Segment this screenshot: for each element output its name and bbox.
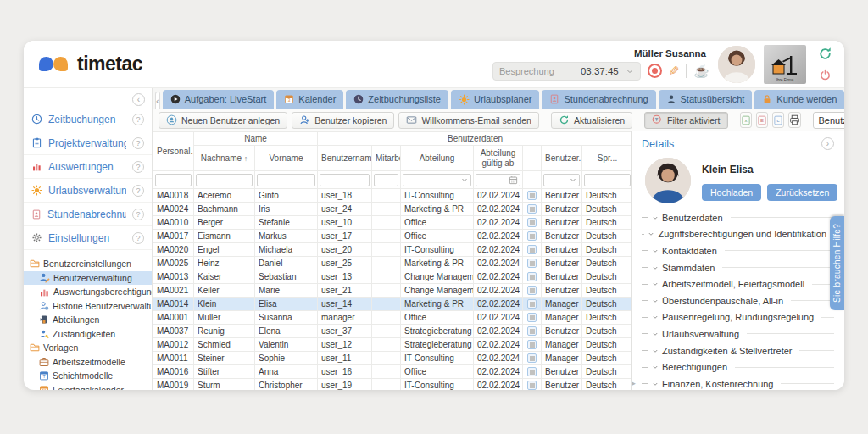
help-question-icon[interactable]: ? (132, 137, 144, 149)
table-row[interactable]: MA0018AceremoGintouser_18IT-Consulting02… (153, 189, 632, 203)
photo-placeholder-icon[interactable] (527, 340, 537, 349)
filter-input[interactable] (155, 174, 192, 186)
accordion-section-stammdaten[interactable]: Stammdaten (642, 259, 834, 276)
tree-item-vorlagen[interactable]: Vorlagen (24, 341, 152, 355)
filter-input[interactable] (374, 174, 398, 186)
photo-placeholder-icon[interactable] (527, 204, 537, 214)
accordion-section-arbeitszeitmodell-feiertagsmodell[interactable]: Arbeitszeitmodell, Feiertagsmodell (642, 275, 834, 292)
accordion-section-überstundenpauschale-all-in[interactable]: Überstundenpauschale, All-in (642, 292, 834, 309)
photo-placeholder-icon[interactable] (527, 326, 537, 336)
stop-tracking-button[interactable] (648, 64, 662, 78)
help-question-icon[interactable]: ? (132, 209, 144, 220)
willkommens-email-senden-button[interactable]: Willkommens-Email senden (398, 112, 539, 129)
reset-photo-button[interactable]: Zurücksetzen (767, 184, 837, 201)
column-header-vorname[interactable]: Vorname (255, 146, 318, 171)
table-row[interactable]: MA0019SturmChristopheruser_19IT-Consulti… (153, 379, 632, 391)
benutzer-kopieren-button[interactable]: Benutzer kopieren (292, 112, 394, 129)
tab-stundenabrechnung[interactable]: Stundenabrechnung (542, 90, 655, 108)
filter-input[interactable] (543, 174, 580, 186)
column-header-benutzerrolle[interactable]: Benutzer... (542, 146, 582, 171)
photo-placeholder-icon[interactable] (527, 367, 537, 376)
tab-kunde-werden[interactable]: Kunde werden (754, 90, 844, 108)
view-select[interactable]: Benutzerdaten (813, 112, 844, 129)
photo-placeholder-icon[interactable] (527, 299, 537, 309)
current-task-select[interactable]: Besprechung 03:37:45 (492, 62, 641, 81)
sidebar-item-auswertungen[interactable]: Auswertungen? (24, 155, 152, 179)
photo-placeholder-icon[interactable] (527, 381, 537, 390)
column-header-benutzername[interactable]: Benutzername (318, 146, 372, 171)
column-header-sprache[interactable]: Spr... (582, 146, 632, 171)
help-tab[interactable]: Sie brauchen Hilfe? (830, 216, 844, 310)
user-avatar[interactable] (718, 46, 755, 83)
panel-splitter-icon[interactable]: ▶ (631, 379, 636, 387)
photo-placeholder-icon[interactable] (527, 259, 537, 268)
company-logo[interactable]: Ihre Firma (764, 45, 806, 84)
column-header-foto[interactable] (523, 146, 542, 171)
table-row[interactable]: MA0010BergerStefanieuser_10Office02.02.2… (153, 216, 632, 230)
filter-active-button[interactable]: Filter aktiviert (644, 112, 727, 129)
accordion-section-kontaktdaten[interactable]: Kontaktdaten (642, 242, 834, 259)
help-question-icon[interactable]: ? (132, 232, 144, 244)
tree-item-benutzerverwaltung[interactable]: Benutzerverwaltung (24, 271, 152, 286)
accordion-section-pausenregelung-rundungsregelung[interactable]: Pausenregelung, Rundungsregelung (642, 309, 834, 326)
filter-input[interactable] (257, 174, 315, 186)
accordion-section-urlaubsverwaltung[interactable]: Urlaubsverwaltung (642, 326, 834, 342)
refresh-icon[interactable] (818, 47, 832, 61)
sidebar-item-urlaubsverwaltung[interactable]: Urlaubsverwaltung? (24, 179, 152, 203)
help-question-icon[interactable]: ? (132, 185, 144, 197)
filter-input[interactable] (584, 174, 631, 186)
photo-placeholder-icon[interactable] (527, 191, 537, 200)
tree-item-benutzereinstellungen[interactable]: Benutzereinstellungen (24, 257, 152, 271)
table-row[interactable]: MA0037ReunigElenauser_37Strategieberatun… (153, 325, 632, 338)
column-header-nachname[interactable]: Nachname ↑ (194, 146, 255, 171)
sidebar-item-zeitbuchungen[interactable]: Zeitbuchungen? (24, 108, 152, 131)
photo-placeholder-icon[interactable] (527, 218, 537, 227)
table-row[interactable]: MA0012SchmiedValentinuser_12Strategieber… (153, 338, 632, 352)
table-row[interactable]: MA0016StifterAnnauser_16Office02.02.2024… (153, 365, 632, 379)
filter-input[interactable] (196, 174, 253, 186)
table-row[interactable]: MA0013KaiserSebastianuser_13Change Manag… (153, 270, 632, 284)
accordion-section-berechtigungen[interactable]: Berechtigungen (642, 359, 834, 376)
photo-placeholder-icon[interactable] (527, 272, 537, 281)
accordion-section-finanzen-kostenrechnung[interactable]: Finanzen, Kostenrechnung (642, 376, 834, 390)
sidebar-item-projektverwaltung[interactable]: Projektverwaltung? (24, 131, 152, 155)
table-row[interactable]: MA0014KleinElisauser_14Marketing & PR02.… (153, 298, 632, 311)
tab-zeitbuchungsliste[interactable]: Zeitbuchungsliste (346, 90, 448, 108)
table-row[interactable]: MA0020EngelMichaelauser_20IT-Consulting0… (153, 243, 632, 257)
export-excel-button[interactable]: x (740, 112, 752, 128)
tree-item-schichtmodelle[interactable]: TSchichtmodelle (24, 369, 152, 383)
tab-kalender[interactable]: 3Kalender (276, 90, 343, 108)
tree-item-zuständigkeiten[interactable]: Zuständigkeiten (24, 327, 152, 342)
sidebar-item-stundenabrechnung[interactable]: Stundenabrechnung? (24, 203, 152, 226)
neuen-benutzer-anlegen-button[interactable]: Neuen Benutzer anlegen (159, 112, 287, 129)
accordion-section-benutzerdaten[interactable]: Benutzerdaten (642, 209, 834, 226)
table-row[interactable]: MA0021KeilerMarieuser_21Change Managemen… (153, 284, 632, 298)
tab-aufgaben-livestart[interactable]: Aufgaben: LiveStart (163, 90, 275, 108)
column-header-personalnummer[interactable]: Personal... (153, 132, 194, 171)
column-header-abteilung-gueltig-ab[interactable]: Abteilung gültig ab (474, 146, 523, 171)
tree-item-auswertungsberechtigungen[interactable]: Auswertungsberechtigungen (24, 285, 152, 299)
power-logout-icon[interactable] (819, 69, 832, 81)
tree-item-feiertagskalender[interactable]: 31Feiertagskalender (24, 383, 152, 391)
break-coffee-icon[interactable]: ☕ (693, 64, 709, 79)
help-question-icon[interactable]: ? (132, 114, 144, 125)
help-question-icon[interactable]: ? (132, 161, 144, 173)
accordion-section-zuständigkeiten-stellvertreter[interactable]: Zuständigkeiten & Stellvertreter (642, 342, 834, 359)
tree-item-arbeitszeitmodelle[interactable]: Arbeitszeitmodelle (24, 355, 152, 370)
tab-urlaubsplaner[interactable]: Urlaubsplaner (451, 90, 539, 108)
filter-input[interactable] (320, 174, 370, 186)
refresh-button[interactable]: Aktualisieren (551, 112, 632, 129)
export-csv-button[interactable]: c (772, 112, 784, 128)
filter-input[interactable] (476, 174, 520, 186)
print-button[interactable] (788, 112, 801, 128)
tab-statusübersicht[interactable]: Statusübersicht (659, 90, 753, 108)
photo-placeholder-icon[interactable] (527, 245, 537, 254)
column-header-mitarbeiter[interactable]: Mitarbe... (372, 146, 401, 171)
tree-item-historie-benutzerverwaltung[interactable]: Historie Benutzerverwaltung (24, 299, 152, 314)
table-row[interactable]: MA0011SteinerSophieuser_11IT-Consulting0… (153, 352, 632, 365)
photo-placeholder-icon[interactable] (527, 313, 537, 322)
photo-placeholder-icon[interactable] (527, 231, 537, 241)
upload-photo-button[interactable]: Hochladen (702, 184, 761, 201)
column-header-abteilung[interactable]: Abteilung (401, 146, 474, 171)
tree-item-abteilungen[interactable]: Abteilungen (24, 313, 152, 327)
